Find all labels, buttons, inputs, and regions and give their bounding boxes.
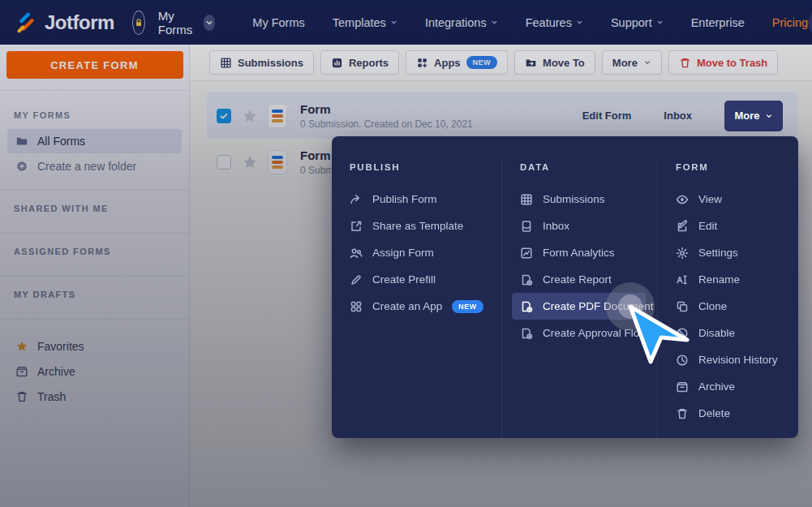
menu-item-create-pdf-document[interactable]: Create PDF Document xyxy=(512,293,646,320)
sidebar-item-favorites[interactable]: Favorites xyxy=(7,334,182,359)
menu-item-inbox[interactable]: Inbox xyxy=(520,213,657,239)
edit-form-action[interactable]: Edit Form xyxy=(582,110,632,122)
chevron-down-icon xyxy=(643,58,651,67)
menu-item-clone[interactable]: Clone xyxy=(676,293,798,320)
chevron-down-icon xyxy=(656,19,664,26)
menu-item-create-approval-flow[interactable]: Create Approval Flow xyxy=(520,320,657,346)
menu-column-publish: PUBLISH Publish Form Share as Template A… xyxy=(332,159,501,438)
sidebar: CREATE FORM MY FORMS All Forms Create a … xyxy=(0,45,190,507)
menu-item-assign-form[interactable]: Assign Form xyxy=(350,239,501,266)
menu-item-submissions[interactable]: Submissions xyxy=(520,186,657,213)
star-icon[interactable] xyxy=(242,108,258,124)
clock-icon xyxy=(676,354,689,367)
row-checkbox-checked[interactable] xyxy=(217,109,231,123)
menu-item-revision-history[interactable]: Revision History xyxy=(676,346,798,373)
archive-icon xyxy=(676,380,689,393)
menu-item-delete[interactable]: Delete xyxy=(676,400,798,427)
inbox-action[interactable]: Inbox xyxy=(664,110,692,122)
apps-button[interactable]: Apps NEW xyxy=(406,50,508,75)
nav-my-forms[interactable]: My Forms xyxy=(252,16,304,29)
trash-icon xyxy=(679,57,691,69)
share-template-icon xyxy=(350,220,363,233)
pdf-plus-icon xyxy=(520,300,533,313)
menu-item-create-report[interactable]: Create Report xyxy=(520,266,657,293)
disable-icon xyxy=(676,327,689,340)
menu-item-disable[interactable]: Disable xyxy=(676,320,798,346)
my-drafts-header[interactable]: MY DRAFTS xyxy=(0,277,189,307)
grid-icon xyxy=(520,193,533,206)
row-checkbox-unchecked[interactable] xyxy=(217,155,231,170)
star-icon[interactable] xyxy=(242,154,258,170)
analytics-icon xyxy=(520,247,533,260)
my-forms-section-header: MY FORMS xyxy=(0,97,189,128)
chevron-down-icon xyxy=(491,19,498,26)
nav-integrations[interactable]: Integrations xyxy=(425,16,498,29)
form-row-1[interactable]: Form 0 Submission. Created on Dec 10, 20… xyxy=(207,92,797,139)
archive-icon xyxy=(15,365,28,378)
data-column-header: DATA xyxy=(520,162,657,172)
menu-item-rename[interactable]: Rename xyxy=(676,266,798,293)
chevron-down-icon xyxy=(390,19,397,26)
submissions-button[interactable]: Submissions xyxy=(209,50,314,75)
reports-button[interactable]: Reports xyxy=(320,50,399,75)
menu-item-share-as-template[interactable]: Share as Template xyxy=(350,213,501,239)
publish-column-header: PUBLISH xyxy=(350,162,501,172)
jotform-logo[interactable]: Jotform xyxy=(13,11,114,35)
sidebar-item-create-folder[interactable]: Create a new folder xyxy=(7,154,182,178)
grid-icon xyxy=(220,57,232,69)
menu-item-create-an-app[interactable]: Create an AppNEW xyxy=(350,293,501,320)
notifications-button[interactable] xyxy=(808,9,812,37)
workspace-switcher[interactable]: My Forms xyxy=(158,9,216,37)
menu-column-data: DATA Submissions Inbox Form Analytics Cr… xyxy=(501,159,657,438)
nav-templates[interactable]: Templates xyxy=(333,16,397,29)
bulk-actions-toolbar: Submissions Reports Apps NEW Move To Mor… xyxy=(190,45,812,81)
apps-icon xyxy=(416,57,428,69)
top-navbar: Jotform My Forms My Forms Templates Inte… xyxy=(0,0,812,45)
form-title[interactable]: Form xyxy=(300,102,473,116)
chevron-down-icon xyxy=(576,19,583,26)
menu-item-settings[interactable]: Settings xyxy=(676,239,798,266)
nav-enterprise[interactable]: Enterprise xyxy=(691,16,745,29)
trash-icon xyxy=(676,407,689,420)
inbox-icon xyxy=(520,220,533,233)
row-more-button[interactable]: More xyxy=(724,101,783,131)
sidebar-item-all-forms[interactable]: All Forms xyxy=(7,129,182,153)
chevron-down-icon[interactable] xyxy=(204,15,215,31)
more-toolbar-button[interactable]: More xyxy=(602,50,662,75)
shared-with-me-header[interactable]: SHARED WITH ME xyxy=(0,191,189,221)
menu-item-edit[interactable]: Edit xyxy=(676,213,798,239)
nav-support[interactable]: Support xyxy=(611,16,664,29)
menu-item-publish-form[interactable]: Publish Form xyxy=(350,186,501,213)
menu-item-view[interactable]: View xyxy=(676,186,798,213)
rename-icon xyxy=(676,273,689,286)
move-to-button[interactable]: Move To xyxy=(514,50,595,75)
divider xyxy=(0,90,189,91)
sidebar-item-archive[interactable]: Archive xyxy=(7,359,182,384)
check-icon xyxy=(219,111,229,121)
menu-item-form-analytics[interactable]: Form Analytics xyxy=(520,239,657,266)
move-to-trash-button[interactable]: Move to Trash xyxy=(668,50,778,75)
divider xyxy=(0,319,189,320)
publish-icon xyxy=(350,193,363,206)
clone-icon xyxy=(676,300,689,313)
sidebar-item-trash[interactable]: Trash xyxy=(7,385,182,409)
menu-item-create-prefill[interactable]: Create Prefill xyxy=(350,266,501,293)
bar-chart-icon xyxy=(331,57,343,69)
menu-item-archive[interactable]: Archive xyxy=(676,373,798,400)
lock-icon xyxy=(133,17,144,28)
form-column-header: FORM xyxy=(676,162,798,172)
gear-icon xyxy=(676,247,689,260)
brand-name: Jotform xyxy=(45,11,114,34)
star-icon xyxy=(15,340,28,353)
assigned-forms-header[interactable]: ASSIGNED FORMS xyxy=(0,234,189,264)
pencil-icon xyxy=(350,273,363,286)
eye-icon xyxy=(676,193,689,206)
gdpr-lock-badge xyxy=(132,11,145,35)
app-grid-icon xyxy=(350,300,363,313)
form-type-icon xyxy=(268,104,287,128)
nav-pricing[interactable]: Pricing xyxy=(772,16,808,29)
nav-features[interactable]: Features xyxy=(526,16,583,29)
create-form-button[interactable]: CREATE FORM xyxy=(6,51,183,79)
more-dropdown-menu: PUBLISH Publish Form Share as Template A… xyxy=(332,136,798,438)
move-folder-icon xyxy=(525,57,537,69)
